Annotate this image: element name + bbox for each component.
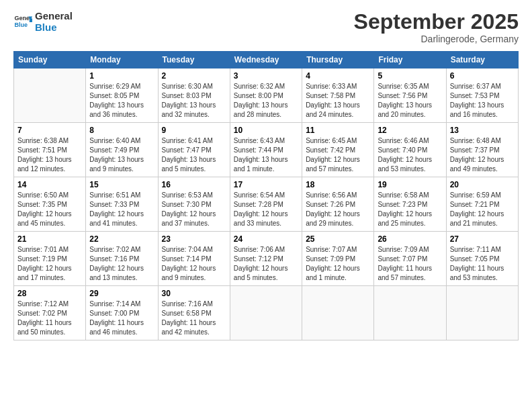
day-number: 2 (162, 71, 226, 81)
day-number: 25 (306, 234, 370, 244)
day-cell: 3Sunrise: 6:32 AM Sunset: 8:00 PM Daylig… (230, 68, 302, 123)
calendar-header-row: SundayMondayTuesdayWednesdayThursdayFrid… (14, 52, 519, 68)
week-row-1: 1Sunrise: 6:29 AM Sunset: 8:05 PM Daylig… (14, 68, 519, 123)
day-cell: 16Sunrise: 6:53 AM Sunset: 7:30 PM Dayli… (158, 177, 230, 232)
day-info: Sunrise: 7:11 AM Sunset: 7:05 PM Dayligh… (450, 245, 515, 283)
day-cell (374, 286, 446, 340)
day-cell: 8Sunrise: 6:40 AM Sunset: 7:49 PM Daylig… (86, 123, 158, 177)
day-number: 16 (162, 180, 226, 189)
day-number: 19 (378, 180, 442, 189)
day-number: 23 (162, 234, 226, 244)
day-cell: 24Sunrise: 7:06 AM Sunset: 7:12 PM Dayli… (230, 232, 302, 286)
day-cell: 2Sunrise: 6:30 AM Sunset: 8:03 PM Daylig… (158, 68, 230, 123)
day-info: Sunrise: 6:48 AM Sunset: 7:37 PM Dayligh… (450, 136, 515, 174)
day-number: 1 (89, 71, 154, 81)
day-cell: 28Sunrise: 7:12 AM Sunset: 7:02 PM Dayli… (14, 286, 86, 340)
svg-text:Blue: Blue (14, 21, 28, 28)
day-number: 17 (234, 180, 298, 189)
calendar: SundayMondayTuesdayWednesdayThursdayFrid… (13, 51, 519, 340)
day-cell: 15Sunrise: 6:51 AM Sunset: 7:33 PM Dayli… (86, 177, 158, 232)
day-number: 22 (89, 234, 154, 244)
day-number: 15 (89, 180, 154, 189)
day-cell: 25Sunrise: 7:07 AM Sunset: 7:09 PM Dayli… (302, 232, 374, 286)
header-sunday: Sunday (14, 52, 86, 68)
day-info: Sunrise: 6:54 AM Sunset: 7:28 PM Dayligh… (234, 191, 298, 228)
header-saturday: Saturday (446, 52, 518, 68)
day-cell: 1Sunrise: 6:29 AM Sunset: 8:05 PM Daylig… (86, 68, 158, 123)
day-cell (446, 286, 518, 340)
day-cell: 11Sunrise: 6:45 AM Sunset: 7:42 PM Dayli… (302, 123, 374, 177)
day-number: 12 (378, 126, 442, 135)
day-cell: 20Sunrise: 6:59 AM Sunset: 7:21 PM Dayli… (446, 177, 518, 232)
day-info: Sunrise: 6:46 AM Sunset: 7:40 PM Dayligh… (378, 136, 442, 174)
day-info: Sunrise: 6:40 AM Sunset: 7:49 PM Dayligh… (89, 136, 154, 174)
day-cell: 7Sunrise: 6:38 AM Sunset: 7:51 PM Daylig… (14, 123, 86, 177)
day-info: Sunrise: 6:38 AM Sunset: 7:51 PM Dayligh… (17, 136, 82, 174)
location: Darlingerode, Germany (354, 34, 519, 44)
day-cell: 13Sunrise: 6:48 AM Sunset: 7:37 PM Dayli… (446, 123, 518, 177)
week-row-3: 14Sunrise: 6:50 AM Sunset: 7:35 PM Dayli… (14, 177, 519, 232)
day-cell: 27Sunrise: 7:11 AM Sunset: 7:05 PM Dayli… (446, 232, 518, 286)
header-tuesday: Tuesday (158, 52, 230, 68)
day-number: 20 (450, 180, 515, 189)
day-info: Sunrise: 6:41 AM Sunset: 7:47 PM Dayligh… (162, 136, 226, 174)
day-cell: 19Sunrise: 6:58 AM Sunset: 7:23 PM Dayli… (374, 177, 446, 232)
day-cell (230, 286, 302, 340)
week-row-2: 7Sunrise: 6:38 AM Sunset: 7:51 PM Daylig… (14, 123, 519, 177)
day-info: Sunrise: 6:35 AM Sunset: 7:56 PM Dayligh… (378, 82, 442, 120)
header-friday: Friday (374, 52, 446, 68)
header: General Blue General Blue September 2025… (13, 11, 519, 44)
day-cell: 21Sunrise: 7:01 AM Sunset: 7:19 PM Dayli… (14, 232, 86, 286)
day-cell: 10Sunrise: 6:43 AM Sunset: 7:44 PM Dayli… (230, 123, 302, 177)
day-number: 24 (234, 234, 298, 244)
day-number: 9 (162, 126, 226, 135)
day-cell: 30Sunrise: 7:16 AM Sunset: 6:58 PM Dayli… (158, 286, 230, 340)
day-cell (14, 68, 86, 123)
day-info: Sunrise: 6:30 AM Sunset: 8:03 PM Dayligh… (162, 82, 226, 120)
day-cell: 4Sunrise: 6:33 AM Sunset: 7:58 PM Daylig… (302, 68, 374, 123)
day-number: 3 (234, 71, 298, 81)
day-number: 5 (378, 71, 442, 81)
week-row-5: 28Sunrise: 7:12 AM Sunset: 7:02 PM Dayli… (14, 286, 519, 340)
day-info: Sunrise: 6:43 AM Sunset: 7:44 PM Dayligh… (234, 136, 298, 174)
day-info: Sunrise: 7:07 AM Sunset: 7:09 PM Dayligh… (306, 245, 370, 283)
day-info: Sunrise: 6:53 AM Sunset: 7:30 PM Dayligh… (162, 191, 226, 228)
day-info: Sunrise: 7:16 AM Sunset: 6:58 PM Dayligh… (162, 300, 226, 337)
day-number: 4 (306, 71, 370, 81)
day-number: 11 (306, 126, 370, 135)
day-info: Sunrise: 7:12 AM Sunset: 7:02 PM Dayligh… (17, 300, 82, 337)
day-number: 29 (89, 289, 154, 298)
day-number: 14 (17, 180, 82, 189)
svg-marker-3 (30, 18, 32, 22)
day-info: Sunrise: 6:58 AM Sunset: 7:23 PM Dayligh… (378, 191, 442, 228)
day-info: Sunrise: 6:29 AM Sunset: 8:05 PM Dayligh… (89, 82, 154, 120)
day-info: Sunrise: 7:06 AM Sunset: 7:12 PM Dayligh… (234, 245, 298, 283)
day-number: 21 (17, 234, 82, 244)
day-cell: 5Sunrise: 6:35 AM Sunset: 7:56 PM Daylig… (374, 68, 446, 123)
day-cell: 18Sunrise: 6:56 AM Sunset: 7:26 PM Dayli… (302, 177, 374, 232)
day-cell: 22Sunrise: 7:02 AM Sunset: 7:16 PM Dayli… (86, 232, 158, 286)
day-info: Sunrise: 7:09 AM Sunset: 7:07 PM Dayligh… (378, 245, 442, 283)
day-cell: 6Sunrise: 6:37 AM Sunset: 7:53 PM Daylig… (446, 68, 518, 123)
day-number: 8 (89, 126, 154, 135)
day-cell: 9Sunrise: 6:41 AM Sunset: 7:47 PM Daylig… (158, 123, 230, 177)
day-info: Sunrise: 7:14 AM Sunset: 7:00 PM Dayligh… (89, 300, 154, 337)
day-number: 26 (378, 234, 442, 244)
day-info: Sunrise: 6:32 AM Sunset: 8:00 PM Dayligh… (234, 82, 298, 120)
day-number: 10 (234, 126, 298, 135)
day-number: 6 (450, 71, 515, 81)
day-info: Sunrise: 7:01 AM Sunset: 7:19 PM Dayligh… (17, 245, 82, 283)
week-row-4: 21Sunrise: 7:01 AM Sunset: 7:19 PM Dayli… (14, 232, 519, 286)
day-number: 18 (306, 180, 370, 189)
day-info: Sunrise: 6:37 AM Sunset: 7:53 PM Dayligh… (450, 82, 515, 120)
day-info: Sunrise: 6:33 AM Sunset: 7:58 PM Dayligh… (306, 82, 370, 120)
day-info: Sunrise: 6:50 AM Sunset: 7:35 PM Dayligh… (17, 191, 82, 228)
day-cell: 14Sunrise: 6:50 AM Sunset: 7:35 PM Dayli… (14, 177, 86, 232)
day-info: Sunrise: 7:02 AM Sunset: 7:16 PM Dayligh… (89, 245, 154, 283)
day-number: 13 (450, 126, 515, 135)
day-info: Sunrise: 7:04 AM Sunset: 7:14 PM Dayligh… (162, 245, 226, 283)
logo: General Blue General Blue (13, 11, 73, 33)
day-number: 7 (17, 126, 82, 135)
day-cell: 17Sunrise: 6:54 AM Sunset: 7:28 PM Dayli… (230, 177, 302, 232)
day-cell: 12Sunrise: 6:46 AM Sunset: 7:40 PM Dayli… (374, 123, 446, 177)
